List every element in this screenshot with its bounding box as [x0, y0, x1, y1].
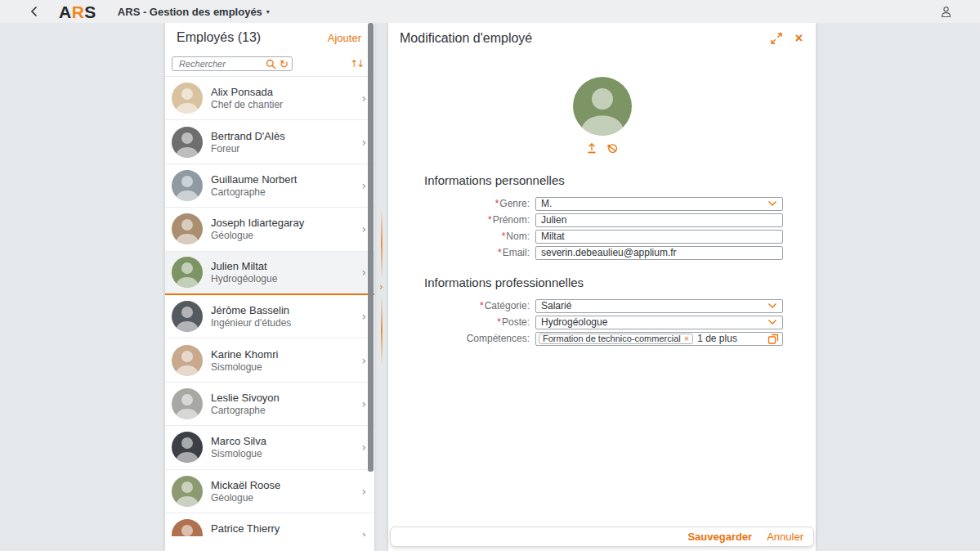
categorie-select[interactable]: Salarié [535, 299, 783, 313]
back-button[interactable] [26, 4, 41, 19]
employee-detail-panel: Modification d'employé × [388, 23, 816, 551]
employee-list-item[interactable]: Mickaël Roose Géologue › [165, 470, 374, 513]
employee-role: Géologue [211, 492, 280, 504]
employee-list-item[interactable]: Karine Khomri Sismologue › [165, 338, 374, 382]
employee-list-item[interactable]: Bertrand D'Alès Foreur › [165, 120, 374, 164]
employee-avatar [172, 83, 203, 114]
chevron-right-icon: › [361, 136, 366, 149]
competences-multi-input[interactable]: Formation de technico-commercial × 1 de … [535, 332, 783, 346]
employee-role: Géologue [211, 230, 304, 242]
competence-token: Formation de technico-commercial × [539, 334, 693, 344]
field-categorie: *Catégorie: Salarié [388, 298, 783, 314]
person-silhouette-icon [172, 388, 203, 419]
chevron-right-icon: › [361, 441, 366, 454]
employee-role: Hydrogéologue [211, 273, 277, 285]
employee-text: Bertrand D'Alès Foreur [211, 129, 285, 155]
person-silhouette-icon [172, 257, 203, 288]
list-header: Employés (13) Ajouter [165, 23, 374, 45]
employee-list-item[interactable]: Leslie Sivoyon Cartographe › [165, 383, 374, 426]
field-email: *Email: [388, 244, 783, 261]
employee-list-item[interactable]: Alix Ponsada Chef de chantier › [165, 77, 374, 120]
employee-list-item[interactable]: Julien Miltat Hydrogéologue › [165, 252, 374, 295]
list-scrollbar[interactable] [368, 23, 374, 472]
value-help-icon [767, 334, 779, 344]
field-label: *Genre: [388, 198, 535, 209]
chevron-right-icon: › [361, 179, 366, 192]
required-marker: * [480, 300, 484, 311]
required-marker: * [497, 316, 501, 328]
cancel-button[interactable]: Annuler [767, 531, 803, 543]
required-marker: * [502, 231, 506, 242]
token-remove-icon[interactable]: × [684, 334, 689, 343]
add-employee-button[interactable]: Ajouter [328, 32, 361, 44]
splitter-grip-bottom [381, 296, 383, 365]
expand-icon [771, 33, 782, 44]
sort-icon[interactable]: ↑↓ [350, 58, 363, 69]
employee-list-item[interactable]: Jérôme Basselin Ingénieur d'études › [165, 295, 374, 338]
employee-avatar [172, 519, 203, 536]
more-tokens-text: 1 de plus [697, 333, 767, 344]
list-title: Employés (13) [177, 30, 261, 45]
employee-name: Karine Khomri [211, 347, 278, 361]
person-silhouette-icon [172, 432, 203, 463]
detail-title: Modification d'employé [400, 31, 532, 46]
employee-name: Joseph Idiartegaray [211, 216, 304, 230]
genre-value: M. [541, 198, 767, 210]
search-icon [266, 59, 276, 69]
refresh-icon[interactable]: ↻ [280, 59, 289, 69]
employee-text: Mickaël Roose Géologue [211, 478, 280, 504]
remove-photo-button[interactable] [606, 142, 618, 154]
save-button[interactable]: Sauvegarder [687, 531, 752, 543]
employee-role: Foreur [211, 535, 280, 536]
search-button[interactable] [266, 59, 276, 69]
value-help-button[interactable] [767, 334, 779, 344]
app-title-menu[interactable]: ARS - Gestion des employés ▾ [118, 6, 270, 18]
employee-name: Bertrand D'Alès [211, 129, 285, 143]
fullscreen-button[interactable] [771, 33, 782, 44]
person-silhouette-icon [172, 170, 203, 201]
field-label: *Nom: [388, 231, 535, 242]
employee-avatar [172, 388, 203, 419]
upload-icon [586, 142, 597, 154]
employee-text: Jérôme Basselin Ingénieur d'études [211, 303, 291, 329]
poste-select[interactable]: Hydrogéologue [535, 316, 783, 329]
employee-list-item[interactable]: Patrice Thierry Foreur › [165, 513, 374, 536]
employee-avatar [172, 345, 203, 376]
employee-name: Patrice Thierry [211, 522, 280, 535]
user-profile-button[interactable] [940, 6, 952, 18]
nom-input[interactable] [535, 230, 783, 244]
field-prenom: *Prénom: [388, 212, 783, 228]
employee-text: Julien Miltat Hydrogéologue [211, 259, 277, 285]
employee-text: Marco Silva Sismologue [211, 434, 266, 460]
employee-avatar [172, 301, 203, 332]
prenom-input[interactable] [535, 213, 783, 227]
employee-role: Cartographe [211, 186, 298, 199]
logo-letter-s: S [84, 2, 96, 21]
categorie-value: Salarié [541, 300, 767, 312]
section-heading: Informations professionnelles [424, 275, 783, 291]
field-nom: *Nom: [388, 228, 783, 244]
logo-letter-a: A [59, 2, 72, 21]
employee-text: Karine Khomri Sismologue [211, 347, 278, 374]
panel-splitter[interactable]: › [374, 23, 388, 551]
search-input[interactable] [177, 58, 263, 69]
chevron-right-icon: › [361, 222, 366, 235]
employee-name: Mickaël Roose [211, 478, 280, 492]
close-icon[interactable]: × [795, 33, 803, 44]
ars-logo: ARS [59, 3, 96, 20]
employee-list-panel: Employés (13) Ajouter ↻ ↑↓ Alix Ponsada … [165, 23, 374, 551]
employee-list-item[interactable]: Marco Silva Sismologue › [165, 426, 374, 469]
splitter-expand-icon[interactable]: › [379, 281, 383, 293]
email-input[interactable] [535, 246, 783, 260]
employee-avatar [172, 432, 203, 463]
employee-role: Cartographe [211, 405, 280, 417]
upload-photo-button[interactable] [586, 142, 597, 154]
required-marker: * [488, 214, 492, 226]
genre-select[interactable]: M. [535, 197, 783, 211]
chevron-right-icon: › [361, 310, 366, 323]
employee-list-item[interactable]: Guillaume Norbert Cartographe › [165, 164, 374, 208]
employee-list-item[interactable]: Joseph Idiartegaray Géologue › [165, 208, 374, 251]
employee-photo [573, 77, 632, 136]
person-silhouette-icon [172, 127, 203, 158]
field-label: *Prénom: [388, 214, 535, 226]
